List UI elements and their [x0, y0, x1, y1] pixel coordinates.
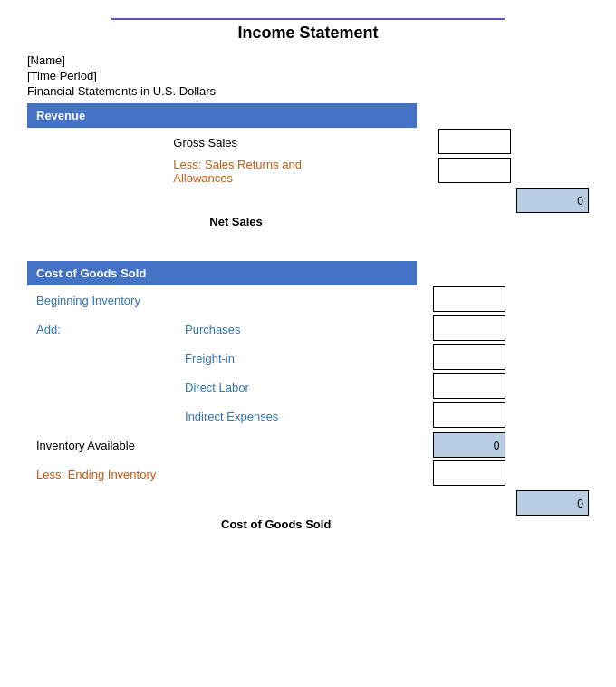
cogs-total-row: 0: [27, 489, 589, 518]
revenue-header: Revenue: [27, 103, 417, 128]
sales-returns-input[interactable]: [438, 158, 511, 183]
indirect-expenses-input[interactable]: [433, 402, 505, 428]
indirect-expenses-label: Indirect Expenses: [185, 410, 278, 423]
cogs-table: Beginning Inventory Add: Purchases: [27, 285, 589, 531]
section-gap: [27, 247, 589, 261]
cogs-header: Cost of Goods Sold: [27, 261, 417, 285]
less-ending-row: Less: Ending Inventory: [27, 460, 589, 489]
freight-in-row: Freight-in: [27, 344, 589, 373]
meta-info: [Name] [Time Period] Financial Statement…: [27, 53, 589, 98]
inventory-available-row: Inventory Available 0: [27, 431, 589, 460]
revenue-section: Revenue Gross Sales Less: Sales Returns …: [27, 103, 589, 228]
freight-in-label: Freight-in: [185, 352, 235, 365]
beginning-inventory-input[interactable]: [433, 286, 505, 312]
name-field: [Name]: [27, 53, 589, 67]
net-sales-input[interactable]: 0: [516, 188, 589, 213]
less-ending-label: Less: Ending Inventory: [27, 468, 156, 481]
page-title: Income Statement: [27, 24, 589, 43]
cogs-total-input[interactable]: 0: [516, 490, 589, 516]
indirect-expenses-row: Indirect Expenses: [27, 402, 589, 431]
add-label: Add:: [27, 323, 61, 336]
title-section: Income Statement: [27, 18, 589, 43]
currency-note: Financial Statements in U.S. Dollars: [27, 84, 589, 98]
beginning-inventory-label: Beginning Inventory: [27, 294, 140, 307]
inventory-available-label: Inventory Available: [27, 439, 135, 452]
purchases-input[interactable]: [433, 315, 505, 341]
gross-sales-label: Gross Sales: [173, 128, 356, 157]
title-underline: [111, 18, 505, 20]
time-period-field: [Time Period]: [27, 69, 589, 82]
ending-inventory-input[interactable]: [433, 460, 505, 486]
freight-in-input[interactable]: [433, 344, 505, 370]
purchases-label: Purchases: [185, 323, 240, 336]
direct-labor-label: Direct Labor: [185, 381, 249, 394]
cogs-label: Cost of Goods Sold: [185, 518, 331, 531]
cogs-label-row: Cost of Goods Sold: [27, 518, 589, 531]
purchases-row: Add: Purchases: [27, 314, 589, 344]
beginning-inventory-row: Beginning Inventory: [27, 285, 589, 314]
net-sales-label-row: Net Sales: [27, 215, 589, 228]
cogs-section: Cost of Goods Sold Beginning Inventory A…: [27, 261, 589, 531]
direct-labor-input[interactable]: [433, 373, 505, 399]
gross-sales-row: Gross Sales: [27, 128, 589, 157]
net-sales-label: Net Sales: [173, 215, 263, 228]
net-sales-row: 0: [27, 186, 589, 215]
direct-labor-row: Direct Labor: [27, 373, 589, 402]
sales-returns-label: Less: Sales Returns and Allowances: [173, 157, 356, 186]
sales-returns-row: Less: Sales Returns and Allowances: [27, 157, 589, 186]
gross-sales-input[interactable]: [438, 129, 511, 154]
revenue-table: Gross Sales Less: Sales Returns and Allo…: [27, 128, 589, 228]
inventory-available-input[interactable]: 0: [433, 432, 505, 458]
